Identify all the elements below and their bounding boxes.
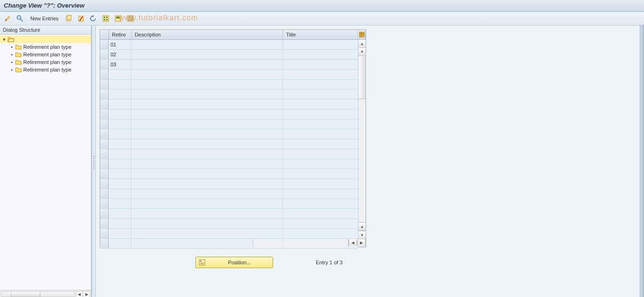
- position-button[interactable]: Position...: [195, 257, 273, 268]
- cell-title[interactable]: [283, 109, 358, 119]
- toggle-edit-button[interactable]: [3, 14, 12, 23]
- scroll-left-icon[interactable]: ◀: [76, 291, 83, 297]
- row-selector[interactable]: [100, 159, 109, 169]
- scroll-down-icon[interactable]: ▼: [359, 231, 366, 239]
- row-selector[interactable]: [100, 189, 109, 198]
- cell-title[interactable]: [283, 129, 358, 139]
- cell-description[interactable]: [131, 159, 283, 169]
- cell-title[interactable]: [283, 80, 358, 89]
- table-row[interactable]: [100, 109, 358, 119]
- cell-description[interactable]: [131, 139, 283, 149]
- table-row[interactable]: [100, 90, 358, 99]
- select-block-button[interactable]: [113, 14, 123, 23]
- cell-retire[interactable]: 02: [109, 50, 131, 59]
- row-selector[interactable]: [100, 99, 109, 109]
- cell-title[interactable]: [283, 60, 358, 69]
- scroll-right-icon[interactable]: ▶: [83, 291, 90, 297]
- cell-description[interactable]: [131, 129, 283, 139]
- page-down-icon[interactable]: ▲: [359, 222, 366, 231]
- cell-title[interactable]: [283, 169, 358, 179]
- find-button[interactable]: [15, 14, 25, 23]
- cell-retire[interactable]: [109, 149, 131, 159]
- grid-vertical-scrollbar[interactable]: ▲ ▼ ▲ ▼: [358, 40, 366, 239]
- hscroll-left-icon[interactable]: ◀: [349, 239, 357, 246]
- row-selector[interactable]: [100, 209, 109, 218]
- cell-description[interactable]: [131, 169, 283, 179]
- cell-retire[interactable]: [109, 189, 131, 198]
- row-selector[interactable]: [100, 219, 109, 228]
- cell-retire[interactable]: [109, 129, 131, 139]
- cell-retire[interactable]: [109, 219, 131, 228]
- table-row[interactable]: [100, 159, 358, 169]
- cell-retire[interactable]: [109, 169, 131, 179]
- table-row[interactable]: [100, 80, 358, 90]
- table-row[interactable]: [100, 139, 358, 149]
- col-header-titletext[interactable]: Title: [283, 30, 358, 39]
- row-selector[interactable]: [100, 60, 109, 69]
- cell-retire[interactable]: [109, 99, 131, 109]
- row-selector[interactable]: [100, 40, 109, 49]
- table-row[interactable]: [100, 179, 358, 189]
- table-row[interactable]: [100, 219, 358, 229]
- cell-description[interactable]: [131, 60, 283, 69]
- tree-collapse-icon[interactable]: ▾: [2, 36, 7, 43]
- cell-title[interactable]: [283, 99, 358, 109]
- delete-button[interactable]: [76, 14, 86, 23]
- cell-description[interactable]: [131, 189, 283, 198]
- cell-title[interactable]: [283, 229, 358, 238]
- row-selector[interactable]: [100, 70, 109, 79]
- table-row[interactable]: 01: [100, 40, 358, 50]
- cell-retire[interactable]: [109, 90, 131, 99]
- row-selector[interactable]: [100, 149, 109, 159]
- row-selector[interactable]: [100, 139, 109, 149]
- table-row[interactable]: [100, 209, 358, 219]
- cell-retire[interactable]: [109, 209, 131, 218]
- sidebar-splitter[interactable]: [92, 26, 96, 297]
- cell-description[interactable]: [131, 40, 283, 49]
- cell-title[interactable]: [283, 119, 358, 129]
- tree-item[interactable]: • Retirement plan type: [0, 51, 91, 58]
- grid-horizontal-scrollbar[interactable]: ◀ ▶: [100, 239, 366, 247]
- cell-title[interactable]: [283, 159, 358, 169]
- cell-description[interactable]: [131, 50, 283, 59]
- table-row[interactable]: [100, 129, 358, 139]
- hscroll-right-icon[interactable]: ▶: [357, 239, 366, 246]
- tree-item[interactable]: • Retirement plan type: [0, 58, 91, 66]
- new-entries-button[interactable]: New Entries: [28, 15, 61, 22]
- table-row[interactable]: 02: [100, 50, 358, 60]
- scroll-up-icon[interactable]: ▲: [359, 40, 366, 48]
- cell-description[interactable]: [131, 80, 283, 89]
- grid-config-button[interactable]: [358, 30, 366, 39]
- cell-description[interactable]: [131, 209, 283, 218]
- col-header-description[interactable]: Description: [132, 30, 283, 39]
- cell-title[interactable]: [283, 50, 358, 59]
- cell-description[interactable]: [131, 179, 283, 189]
- row-selector[interactable]: [100, 80, 109, 89]
- cell-retire[interactable]: [109, 229, 131, 238]
- cell-title[interactable]: [283, 189, 358, 198]
- row-selector[interactable]: [100, 169, 109, 179]
- cell-title[interactable]: [283, 90, 358, 99]
- cell-retire[interactable]: [109, 80, 131, 89]
- cell-description[interactable]: [131, 109, 283, 119]
- sidebar-horizontal-scrollbar[interactable]: ◀ ▶: [0, 290, 91, 297]
- row-selector[interactable]: [100, 179, 109, 189]
- cell-description[interactable]: [131, 119, 283, 129]
- cell-description[interactable]: [131, 199, 283, 208]
- cell-description[interactable]: [131, 229, 283, 238]
- cell-title[interactable]: [283, 219, 358, 228]
- row-selector[interactable]: [100, 199, 109, 208]
- copy-button[interactable]: [64, 14, 74, 23]
- row-selector[interactable]: [100, 129, 109, 139]
- table-row[interactable]: [100, 70, 358, 80]
- cell-retire[interactable]: 01: [109, 40, 131, 49]
- row-selector[interactable]: [100, 90, 109, 99]
- cell-retire[interactable]: [109, 179, 131, 189]
- cell-title[interactable]: [283, 179, 358, 189]
- deselect-all-button[interactable]: [126, 14, 135, 23]
- cell-retire[interactable]: [109, 109, 131, 119]
- row-selector[interactable]: [100, 229, 109, 238]
- col-header-retire[interactable]: Retire: [109, 30, 132, 39]
- cell-title[interactable]: [283, 149, 358, 159]
- cell-title[interactable]: [283, 209, 358, 218]
